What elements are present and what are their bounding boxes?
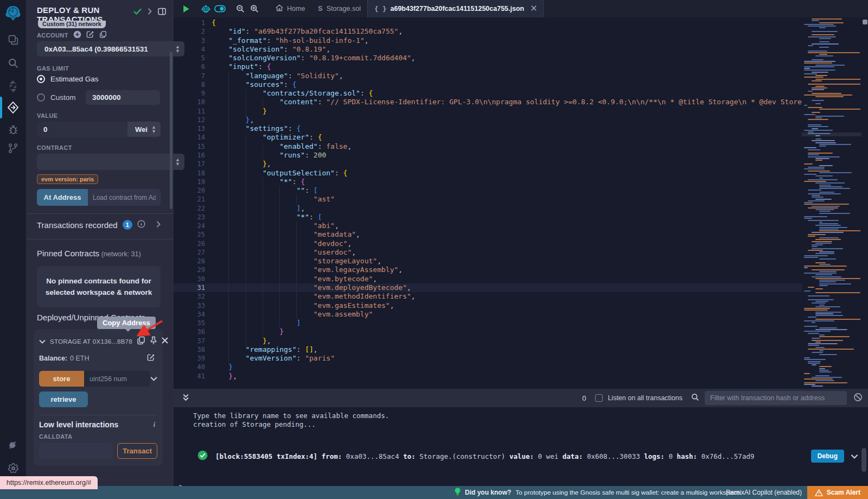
- search-icon[interactable]: [0, 54, 26, 72]
- zoom-in-icon[interactable]: [247, 2, 261, 16]
- minimap-row: [819, 283, 851, 285]
- copy-account-icon[interactable]: [99, 30, 107, 40]
- active-plugin-indicator: [0, 97, 2, 118]
- minimap-row: [812, 87, 827, 89]
- contract-instance-label: STORAGE AT 0X136...8B78: [50, 338, 132, 345]
- debug-button[interactable]: Debug: [811, 450, 844, 463]
- custom-gas-label: Custom: [50, 93, 80, 102]
- line-number: 1: [174, 18, 205, 27]
- tab-home[interactable]: Home: [269, 0, 311, 17]
- minimap-row: [812, 112, 820, 113]
- run-script-play-icon[interactable]: [179, 2, 193, 16]
- terminal[interactable]: Type the library name to see available c…: [174, 407, 868, 486]
- ai-assistant-icon[interactable]: [199, 2, 213, 16]
- tx-filter-input[interactable]: [705, 391, 847, 405]
- value-unit-select[interactable]: Wei▲▼: [127, 122, 161, 137]
- account-select[interactable]: 0xA03...85ac4 (0.39866531531 ▲▼: [37, 41, 184, 56]
- collapse-chevron-icon[interactable]: [39, 337, 46, 345]
- minimap-row: [812, 72, 828, 73]
- panel-scrollbar[interactable]: [170, 52, 173, 209]
- minimap-row: [808, 200, 825, 201]
- minimap-row: [808, 107, 822, 108]
- minimap-row: [808, 287, 814, 288]
- minimap-row: [804, 73, 817, 74]
- code-line: "evm.legacyAssembly",: [212, 266, 802, 274]
- copilot-toggle-icon[interactable]: [213, 2, 227, 16]
- minimap[interactable]: [803, 18, 860, 389]
- code-line: "id": "a69b43f277ba20fcac141151250ca755"…: [212, 27, 802, 36]
- editor-scrollbar[interactable]: [861, 18, 868, 389]
- tx-log-line[interactable]: [block:5583405 txIndex:4] from: 0xa03...…: [215, 452, 754, 460]
- minimap-row: [819, 285, 828, 286]
- minimap-row: [815, 199, 832, 200]
- code-line: "settings": {: [212, 124, 802, 133]
- terminal-collapse-icon[interactable]: [182, 394, 189, 403]
- compile-success-check-icon: [133, 8, 142, 16]
- value-input[interactable]: [37, 122, 127, 137]
- minimap-row: [803, 110, 860, 111]
- zoom-out-icon[interactable]: [233, 2, 247, 16]
- plugin-manager-icon[interactable]: [0, 436, 26, 454]
- tab-json-active[interactable]: { } a69b43f277ba20fcac141151250ca755.jso…: [367, 0, 544, 17]
- minimap-row: [804, 66, 834, 67]
- file-explorer-icon[interactable]: [0, 30, 26, 49]
- at-address-input[interactable]: [88, 189, 161, 206]
- listen-all-checkbox[interactable]: [595, 394, 603, 402]
- edit-balance-icon[interactable]: [147, 353, 155, 363]
- minimap-row: [808, 52, 860, 53]
- custom-gas-input[interactable]: [86, 90, 160, 105]
- minimap-row: [815, 116, 844, 117]
- info-icon[interactable]: [137, 220, 145, 230]
- pinned-contracts-title: Pinned Contracts: [37, 249, 99, 258]
- minimap-row: [812, 140, 835, 141]
- close-tab-icon[interactable]: [531, 5, 537, 12]
- copilot-status[interactable]: RemixAI Copilot (enabled): [726, 489, 802, 496]
- minimap-row: [812, 197, 824, 198]
- calldata-input[interactable]: [39, 443, 113, 459]
- low-level-info-icon[interactable]: i: [153, 420, 155, 429]
- transact-button[interactable]: Transact: [117, 443, 157, 459]
- scam-alert-button[interactable]: Scam Alert: [807, 486, 868, 499]
- estimated-gas-radio[interactable]: [37, 75, 45, 83]
- code-editor[interactable]: 1234567891011121314151617181920212223242…: [174, 17, 868, 389]
- retrieve-button[interactable]: retrieve: [39, 391, 88, 407]
- line-number: 21: [174, 195, 205, 204]
- panel-expand-chevron-icon[interactable]: [148, 8, 152, 16]
- terminal-scrollbar[interactable]: [861, 448, 866, 472]
- clear-console-icon[interactable]: [853, 393, 863, 403]
- remix-logo-icon[interactable]: [0, 3, 26, 24]
- minimap-row: [808, 349, 854, 350]
- tx-expand-chevron-icon[interactable]: [851, 452, 858, 460]
- tab-storage-sol[interactable]: S Storage.sol: [311, 0, 367, 17]
- settings-gear-icon[interactable]: [0, 459, 26, 477]
- deploy-run-icon[interactable]: [0, 98, 26, 117]
- at-address-button[interactable]: At Address: [37, 189, 88, 206]
- add-account-icon[interactable]: [73, 30, 81, 40]
- custom-gas-radio[interactable]: [37, 93, 45, 102]
- code-line: "contracts/Storage.sol": {: [212, 89, 802, 98]
- minimap-row: [819, 22, 844, 23]
- expand-args-chevron-icon[interactable]: [150, 375, 157, 383]
- store-button[interactable]: store: [39, 371, 84, 387]
- git-icon[interactable]: [0, 139, 26, 157]
- remove-contract-icon[interactable]: [162, 337, 168, 345]
- contract-select[interactable]: ▲▼: [37, 154, 184, 170]
- minimap-row: [812, 89, 824, 90]
- pin-panel-icon[interactable]: [158, 8, 166, 17]
- minimap-row: [815, 288, 823, 289]
- minimap-row: [808, 220, 839, 221]
- tx-recorded-chevron-icon[interactable]: [156, 221, 161, 229]
- debugger-icon[interactable]: [0, 120, 26, 138]
- code-line: "storageLayout",: [212, 257, 802, 266]
- minimap-row: [804, 105, 807, 106]
- terminal-search-icon[interactable]: [691, 393, 699, 403]
- minimap-row: [819, 237, 839, 238]
- store-arg-input[interactable]: [84, 371, 150, 387]
- solidity-compiler-icon[interactable]: [0, 77, 26, 96]
- minimap-row: [804, 290, 810, 292]
- edit-account-icon[interactable]: [86, 30, 94, 40]
- red-arrow-annotation: [132, 319, 164, 338]
- editor-scrollbar-thumb[interactable]: [863, 20, 867, 24]
- minimap-row: [808, 124, 821, 125]
- line-number: 9: [174, 89, 205, 98]
